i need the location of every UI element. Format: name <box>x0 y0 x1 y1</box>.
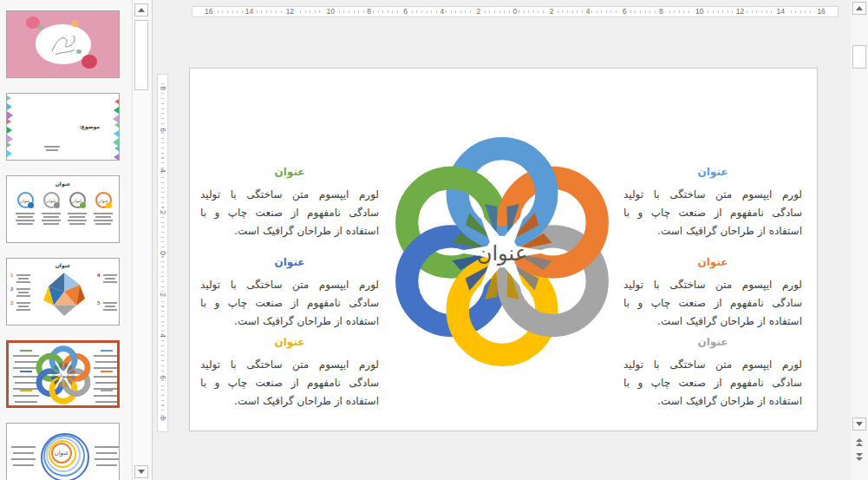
ruler-label: 2 <box>474 7 482 16</box>
text-line <box>105 306 115 307</box>
rose-flower <box>71 20 79 27</box>
mini-text-block <box>9 444 38 468</box>
triangle-decoration <box>7 119 11 124</box>
scroll-up-icon[interactable] <box>134 3 148 16</box>
scrollbar-thumb[interactable] <box>134 20 148 90</box>
mini-heading <box>101 371 113 372</box>
slide-text-block[interactable]: عنوانلورم ایپسوم متن ساختگی با تولید ساد… <box>200 336 379 411</box>
slide-thumbnail-pane: موضوع: عنوان عنوان عنوان عنوان <box>0 0 153 480</box>
text-line <box>42 213 61 214</box>
text-line <box>16 295 30 297</box>
text-line <box>95 223 111 225</box>
diagram-center-title: عنوان <box>56 372 70 379</box>
next-slide-button[interactable] <box>852 450 866 464</box>
slide-thumbnail-1[interactable] <box>6 10 120 78</box>
ruler-label: 4 <box>158 168 167 173</box>
text-line <box>16 220 35 221</box>
scroll-up-icon[interactable] <box>852 2 866 15</box>
block-heading: عنوان <box>200 256 379 268</box>
slide-text-block[interactable]: عنوانلورم ایپسوم متن ساختگی با تولید ساد… <box>623 336 802 411</box>
slide-thumbnail-3[interactable]: عنوان عنوان عنوان عنوان عنوان <box>6 175 120 243</box>
ring-item: عنوان <box>17 192 34 208</box>
mini-heading <box>20 390 32 391</box>
ruler-label: 6 <box>158 128 167 132</box>
triangle-decoration <box>7 150 12 157</box>
thumbnail-title: عنوان <box>7 181 119 187</box>
leaf <box>76 49 82 54</box>
thumbnail-pane-scrollbar[interactable] <box>132 0 149 480</box>
credit-lines <box>43 144 61 153</box>
text-line <box>94 367 120 369</box>
ring-item: عنوان <box>69 192 86 208</box>
slide-text-block[interactable]: عنوانلورم ایپسوم متن ساختگی با تولید ساد… <box>623 256 802 331</box>
ruler-label: 0 <box>158 251 167 255</box>
ruler-label: 16 <box>203 7 214 16</box>
up-arrow-icon <box>856 6 863 10</box>
step-number: 3 <box>10 300 13 306</box>
text-line <box>103 281 117 283</box>
rose-flower <box>82 55 97 69</box>
step-number: 5 <box>97 300 100 306</box>
ruler-label: 12 <box>734 7 746 16</box>
down-arrow-icon <box>856 422 863 426</box>
double-down-arrow-icon <box>856 453 863 461</box>
ruler-label: 12 <box>284 7 296 16</box>
up-arrow-icon <box>138 8 145 12</box>
block-heading: عنوان <box>623 166 802 178</box>
mini-heading <box>101 390 113 391</box>
slide-thumbnail-5[interactable]: عنوان <box>6 340 120 408</box>
ruler-label: 6 <box>621 7 629 16</box>
text-line <box>94 213 113 214</box>
text-line <box>95 401 118 403</box>
gem-diagram <box>36 271 92 319</box>
thumbnail-subject-label: موضوع: <box>79 123 100 129</box>
text-line <box>95 458 119 460</box>
text-line <box>42 220 61 221</box>
triangle-decoration <box>7 103 12 110</box>
slide-canvas[interactable]: عنوانلورم ایپسوم متن ساختگی با تولید ساد… <box>189 68 818 431</box>
text-line <box>95 361 118 363</box>
ruler-label: 2 <box>158 210 167 214</box>
scroll-down-icon[interactable] <box>134 465 148 478</box>
slide-thumbnail-4[interactable]: عنوان 1 2 3 4 5 <box>6 258 120 325</box>
ring-item: عنوان <box>43 192 60 208</box>
mini-heading <box>20 350 32 352</box>
ruler-label: 8 <box>158 416 167 420</box>
ruler-label: 10 <box>324 7 336 16</box>
triangle-decoration <box>7 142 11 148</box>
text-line <box>46 149 58 151</box>
text-line <box>94 395 120 397</box>
slide-text-block[interactable]: عنوانلورم ایپسوم متن ساختگی با تولید ساد… <box>200 256 379 331</box>
slide-text-block[interactable]: عنوانلورم ایپسوم متن ساختگی با تولید ساد… <box>200 166 379 240</box>
slide-thumbnail-6[interactable]: عنوان <box>6 423 120 480</box>
text-line <box>16 274 30 276</box>
block-body-text: لورم ایپسوم متن ساختگی با تولید سادگی نا… <box>623 276 802 331</box>
text-line <box>16 309 30 311</box>
text-line <box>17 223 33 225</box>
text-line <box>94 376 120 378</box>
slide-thumbnail-2[interactable]: موضوع: <box>6 93 120 161</box>
application-window: موضوع: عنوان عنوان عنوان عنوان <box>0 0 868 480</box>
editor-scrollbar[interactable] <box>851 0 868 480</box>
text-line <box>16 302 30 304</box>
text-line <box>95 446 119 448</box>
slide-text-block[interactable]: عنوانلورم ایپسوم متن ساختگی با تولید ساد… <box>623 166 802 240</box>
text-line <box>16 213 35 214</box>
leaf <box>38 25 43 30</box>
ruler-label: 6 <box>401 7 409 16</box>
double-up-arrow-icon <box>856 438 863 446</box>
block-heading: عنوان <box>623 336 802 348</box>
scroll-down-icon[interactable] <box>852 418 866 431</box>
triangle-decoration <box>114 99 119 104</box>
block-body-text: لورم ایپسوم متن ساختگی با تولید سادگی نا… <box>200 276 379 331</box>
ruler-label: 8 <box>158 86 167 90</box>
text-line <box>68 220 87 221</box>
text-line <box>18 292 29 293</box>
text-line <box>17 216 33 218</box>
scrollbar-thumb[interactable] <box>852 45 866 69</box>
triangle-decoration <box>114 107 119 114</box>
ruler-label: 4 <box>584 7 592 16</box>
text-line <box>11 458 36 460</box>
ring-flower-diagram[interactable]: عنوان <box>380 129 624 374</box>
previous-slide-button[interactable] <box>852 436 866 449</box>
